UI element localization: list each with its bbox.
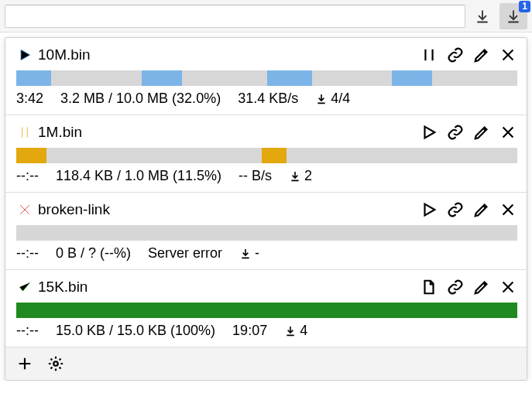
download-manager-toolbar-icon[interactable]: 1 (499, 3, 527, 29)
address-bar[interactable] (5, 5, 465, 28)
remove-button[interactable] (499, 278, 517, 296)
status-icon (16, 47, 33, 63)
time-remaining: --:-- (16, 168, 39, 184)
status-icon (16, 279, 33, 295)
edit-button[interactable] (472, 46, 491, 64)
downloads-toolbar-icon[interactable] (469, 3, 496, 29)
download-panel: 10M.bin 3:42 3.2 MB / 10.0 MB (32.0%) (5, 37, 527, 381)
download-filename: 10M.bin (38, 46, 420, 63)
remove-button[interactable] (499, 123, 517, 142)
edit-button[interactable] (472, 278, 491, 296)
status-icon (16, 125, 33, 140)
browser-toolbar: 1 (0, 0, 532, 32)
time-remaining: --:-- (16, 323, 39, 339)
remove-button[interactable] (499, 46, 517, 64)
panel-footer (5, 347, 527, 380)
download-stats: 3:42 3.2 MB / 10.0 MB (32.0%) 31.4 KB/s … (16, 91, 517, 107)
download-speed: 31.4 KB/s (238, 91, 298, 107)
download-stats: --:-- 0 B / ? (--%) Server error - (16, 245, 517, 262)
progress-bar (16, 225, 517, 241)
time-remaining: --:-- (16, 245, 39, 262)
size-progress: 3.2 MB / 10.0 MB (32.0%) (60, 91, 221, 107)
download-badge: 1 (519, 1, 530, 12)
download-stats: --:-- 15.0 KB / 15.0 KB (100%) 19:07 4 (16, 323, 517, 339)
copy-link-button[interactable] (446, 200, 465, 219)
size-progress: 15.0 KB / 15.0 KB (100%) (56, 323, 215, 339)
thread-count: 4/4 (315, 91, 350, 107)
edit-button[interactable] (472, 123, 491, 142)
add-download-button[interactable] (15, 354, 35, 374)
thread-count: 2 (289, 168, 312, 184)
progress-bar (16, 70, 517, 86)
settings-button[interactable] (46, 354, 66, 374)
size-progress: 118.4 KB / 1.0 MB (11.5%) (56, 168, 221, 184)
copy-link-button[interactable] (446, 46, 465, 64)
progress-bar (16, 303, 517, 318)
remove-button[interactable] (499, 200, 517, 219)
status-icon (16, 202, 33, 217)
size-progress: 0 B / ? (--%) (56, 245, 131, 262)
edit-button[interactable] (472, 200, 491, 219)
progress-bar (16, 148, 517, 163)
download-filename: broken-link (38, 201, 420, 218)
download-speed: -- B/s (239, 168, 272, 184)
download-filename: 1M.bin (38, 124, 420, 141)
pause-button[interactable] (420, 46, 438, 64)
download-item: broken-link --:-- 0 B / ? (--%) Serve (5, 192, 527, 269)
resume-button[interactable] (420, 123, 438, 142)
thread-count: 4 (284, 323, 307, 339)
download-item: 15K.bin --:-- 15.0 KB / 15.0 KB (100%) (5, 269, 527, 347)
download-stats: --:-- 118.4 KB / 1.0 MB (11.5%) -- B/s 2 (16, 168, 517, 184)
download-item: 10M.bin 3:42 3.2 MB / 10.0 MB (32.0%) (5, 38, 527, 115)
time-remaining: 3:42 (16, 91, 43, 107)
copy-link-button[interactable] (446, 278, 465, 296)
download-item: 1M.bin --:-- 118.4 KB / 1.0 MB (11.5%) (5, 115, 527, 192)
download-speed: 19:07 (232, 323, 267, 339)
copy-link-button[interactable] (446, 123, 465, 142)
download-speed: Server error (148, 245, 222, 262)
download-filename: 15K.bin (38, 279, 420, 296)
open-button[interactable] (420, 278, 438, 296)
thread-count: - (239, 245, 259, 262)
resume-button[interactable] (420, 200, 438, 219)
